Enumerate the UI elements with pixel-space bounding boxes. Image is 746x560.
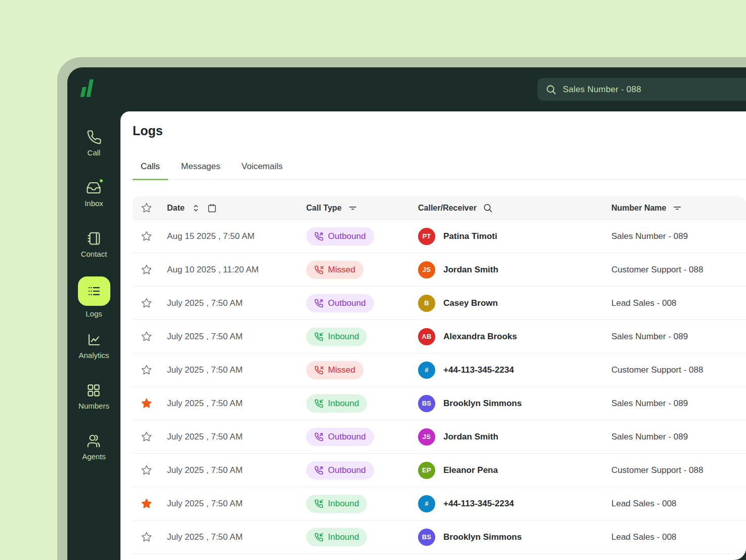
- star-column-icon: [141, 202, 152, 214]
- call-date: July 2025 , 7:50 AM: [167, 398, 306, 409]
- sidebar-item-numbers[interactable]: Numbers: [78, 383, 109, 410]
- sidebar-item-label: Logs: [86, 309, 102, 318]
- number-name: Sales Number - 089: [611, 332, 746, 342]
- table-row[interactable]: July 2025 , 7:50 AM Inbound AB Alexandra…: [133, 319, 746, 353]
- line-chart-icon: [87, 332, 102, 347]
- date-column-label: Date: [167, 204, 185, 213]
- tab-voicemails[interactable]: Voicemails: [233, 162, 291, 180]
- table-header: Date Call Type Caller/Receiver Number Na…: [133, 196, 746, 219]
- call-type-badge: Inbound: [306, 495, 367, 513]
- tab-messages[interactable]: Messages: [173, 162, 228, 180]
- active-item-highlight: [78, 276, 110, 306]
- star-icon[interactable]: [141, 297, 152, 309]
- star-icon[interactable]: [141, 397, 152, 409]
- call-type-badge: Inbound: [306, 328, 367, 346]
- caller-name: Jordan Smith: [443, 432, 499, 442]
- number-name: Customer Support - 088: [611, 265, 746, 275]
- phone-outgoing-icon: [314, 232, 323, 241]
- logs-table: Date Call Type Caller/Receiver Number Na…: [133, 196, 746, 559]
- star-icon[interactable]: [141, 364, 152, 376]
- table-row[interactable]: Aug 10 2025 , 11:20 AM Missed JS Jordan …: [133, 253, 746, 286]
- caller-name: Brooklyn Simmons: [443, 398, 522, 409]
- caller-name: Casey Brown: [443, 298, 498, 308]
- search-icon[interactable]: [483, 203, 493, 213]
- star-icon[interactable]: [141, 464, 152, 476]
- sidebar-item-logs[interactable]: Logs: [78, 276, 110, 318]
- inbox-icon: [86, 180, 101, 195]
- sidebar-item-label: Analytics: [78, 351, 109, 359]
- avatar: PT: [418, 228, 435, 245]
- table-row[interactable]: July 2025 , 7:50 AM Outbound B Casey Bro…: [133, 286, 746, 319]
- search-value: Sales Number - 088: [563, 85, 641, 95]
- sidebar-nav: Call Inbox Contact Logs Analytics Number…: [67, 111, 120, 560]
- table-row[interactable]: Aug 15 2025 , 7:50 AM Outbound PT Patina…: [133, 219, 746, 253]
- phone-incoming-icon: [314, 533, 323, 542]
- avatar: BS: [418, 395, 435, 412]
- phone-incoming-icon: [314, 399, 323, 408]
- table-row[interactable]: July 2025 , 7:50 AM Inbound BS Brooklyn …: [133, 386, 746, 420]
- calendar-icon[interactable]: [207, 203, 217, 213]
- filter-icon[interactable]: [348, 203, 358, 213]
- phone-outgoing-icon: [314, 466, 323, 475]
- sidebar-item-analytics[interactable]: Analytics: [78, 332, 109, 359]
- caller-name: Patina Timoti: [443, 231, 497, 242]
- star-icon[interactable]: [141, 498, 152, 509]
- sidebar-item-agents[interactable]: Agents: [82, 433, 106, 461]
- sort-icon[interactable]: [191, 203, 201, 213]
- table-row[interactable]: July 2025 , 7:50 AM Outbound EP Eleanor …: [133, 453, 746, 487]
- call-date: Aug 10 2025 , 11:20 AM: [167, 265, 306, 275]
- notebook-icon: [86, 231, 101, 246]
- avatar: JS: [418, 261, 435, 278]
- number-name: Sales Number - 089: [611, 398, 746, 409]
- star-icon[interactable]: [141, 531, 152, 543]
- sidebar-item-label: Call: [88, 148, 101, 157]
- page-title: Logs: [133, 124, 746, 138]
- call-type-badge: Inbound: [306, 528, 367, 546]
- phone-missed-icon: [314, 265, 323, 274]
- caller-name: Jordan Smith: [443, 265, 499, 275]
- number-name-column-label: Number Name: [611, 204, 666, 213]
- app-window: Sales Number - 088 Call Inbox Contact Lo…: [67, 67, 746, 560]
- tabs: CallsMessagesVoicemails: [133, 162, 746, 180]
- sidebar-item-contact[interactable]: Contact: [81, 231, 107, 258]
- number-name: Lead Sales - 008: [611, 499, 746, 509]
- table-row[interactable]: July 2025 , 7:50 AM Missed # +44-113-345…: [133, 353, 746, 386]
- phone-icon: [87, 130, 102, 145]
- phone-incoming-icon: [314, 332, 323, 341]
- avatar: #: [418, 362, 435, 379]
- number-name: Sales Number - 089: [611, 432, 746, 442]
- list-icon: [87, 284, 102, 299]
- tab-calls[interactable]: Calls: [133, 162, 168, 180]
- sidebar-item-call[interactable]: Call: [87, 130, 102, 157]
- star-icon[interactable]: [141, 431, 152, 443]
- call-type-badge: Outbound: [306, 461, 374, 479]
- call-date: July 2025 , 7:50 AM: [167, 432, 306, 442]
- filter-icon[interactable]: [672, 203, 682, 213]
- star-icon[interactable]: [141, 264, 152, 275]
- call-date: Aug 15 2025 , 7:50 AM: [167, 231, 306, 242]
- number-name: Lead Sales - 008: [611, 298, 746, 308]
- table-row[interactable]: July 2025 , 7:50 AM Outbound JS Jordan S…: [133, 420, 746, 453]
- star-icon[interactable]: [141, 331, 152, 342]
- table-row[interactable]: July 2025 , 7:50 AM Inbound BS Brooklyn …: [133, 520, 746, 553]
- table-row[interactable]: July 2025 , 7:50 AM Inbound # +44-113-34…: [133, 487, 746, 520]
- number-name: Customer Support - 088: [611, 465, 746, 475]
- call-date: July 2025 , 7:50 AM: [167, 532, 306, 542]
- sidebar-item-label: Inbox: [85, 199, 103, 208]
- star-icon[interactable]: [141, 230, 152, 242]
- caller-receiver-column-label: Caller/Receiver: [418, 204, 477, 213]
- call-type-badge: Missed: [306, 361, 363, 379]
- sidebar-item-label: Agents: [82, 452, 106, 461]
- avatar: #: [418, 495, 435, 512]
- partial-row: [133, 553, 746, 559]
- number-search-select[interactable]: Sales Number - 088: [537, 78, 746, 101]
- caller-name: +44-113-345-2234: [443, 499, 514, 509]
- caller-name: +44-113-345-2234: [443, 365, 514, 375]
- phone-outgoing-icon: [314, 299, 323, 308]
- avatar: BS: [418, 529, 435, 546]
- call-date: July 2025 , 7:50 AM: [167, 298, 306, 308]
- call-type-badge: Outbound: [306, 428, 374, 446]
- phone-outgoing-icon: [314, 432, 323, 442]
- phone-incoming-icon: [314, 499, 323, 508]
- sidebar-item-inbox[interactable]: Inbox: [85, 180, 103, 208]
